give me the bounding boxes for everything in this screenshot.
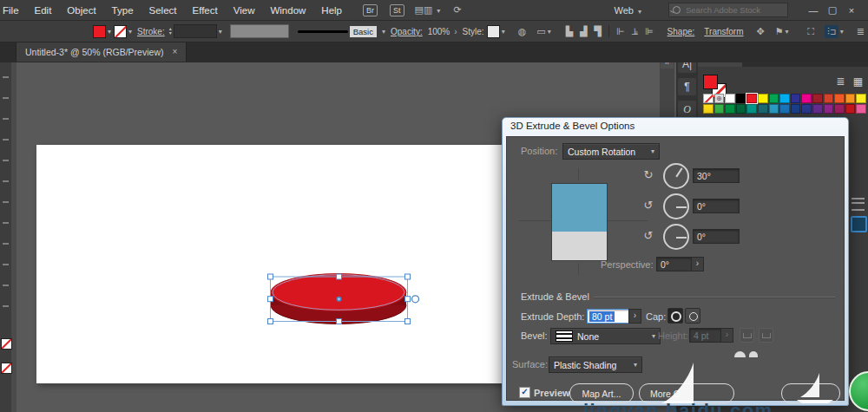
bevel-dropdown[interactable]: None ▾	[550, 328, 661, 344]
swatch-list-view-icon[interactable]: ≣	[836, 75, 845, 88]
brush-definition-dropdown[interactable]: Basic	[298, 24, 377, 38]
swatch[interactable]	[746, 104, 757, 114]
tool-icon[interactable]	[3, 180, 9, 182]
rotate-z-dial[interactable]	[663, 224, 689, 250]
shape-label[interactable]: Shape:	[667, 27, 695, 36]
options-list-icon[interactable]: ≣	[857, 26, 865, 37]
swatch-grid-view-icon[interactable]: ▦	[853, 75, 863, 88]
selected-3d-ellipse[interactable]	[260, 264, 430, 331]
swatch[interactable]	[801, 104, 812, 114]
tool-icon[interactable]	[3, 201, 9, 203]
rotate-x-field[interactable]: 30°	[693, 168, 740, 183]
paragraph-panel-icon[interactable]: ¶	[678, 78, 696, 95]
rotate-y-dial[interactable]	[663, 193, 689, 219]
transform-label[interactable]: Transform	[704, 27, 743, 36]
align-center-icon[interactable]: ▟	[580, 26, 587, 37]
isolate-icon[interactable]: ✥	[757, 26, 765, 37]
menu-file[interactable]: File	[0, 5, 28, 16]
menu-type[interactable]: Type	[103, 5, 142, 16]
gpu-performance-icon[interactable]: ⟳	[453, 4, 461, 16]
style-swatch[interactable]	[487, 25, 500, 38]
swatch[interactable]	[736, 104, 746, 114]
tools-panel[interactable]	[0, 62, 16, 412]
document-setup-icon[interactable]: ▭	[536, 26, 545, 37]
swatch[interactable]	[791, 104, 801, 114]
menu-select[interactable]: Select	[141, 5, 186, 16]
swatch[interactable]	[769, 94, 779, 103]
swatch[interactable]	[834, 94, 845, 103]
panel-view-icon[interactable]: ⫶⊐	[825, 25, 838, 38]
tool-icon[interactable]	[3, 264, 9, 265]
arrange-documents-icon[interactable]: ▤▥ ▾	[415, 4, 444, 16]
align-top-icon[interactable]: ⊩	[616, 26, 625, 37]
swatch[interactable]	[824, 104, 834, 114]
align-bottom-icon[interactable]: ⊫	[645, 26, 654, 37]
tool-icon[interactable]	[3, 97, 9, 99]
bridge-button[interactable]: Br	[363, 4, 378, 16]
align-middle-icon[interactable]: ⫡	[632, 26, 638, 37]
stock-search[interactable]	[668, 3, 788, 17]
workspace-switcher[interactable]: Web ▾	[615, 5, 645, 16]
search-input[interactable]	[684, 4, 784, 16]
tools-stroke-indicator[interactable]	[1, 363, 12, 374]
panel-fill-proxy[interactable]	[703, 75, 718, 89]
position-dropdown[interactable]: Custom Rotation▾	[562, 143, 660, 160]
swatch[interactable]	[812, 104, 823, 114]
swatch[interactable]	[703, 94, 713, 103]
tool-icon[interactable]	[3, 305, 9, 307]
menu-edit[interactable]: Edit	[26, 5, 61, 16]
expand-icon[interactable]: ⛶	[807, 26, 814, 37]
swatch[interactable]	[845, 104, 856, 114]
libraries-panel-icon[interactable]	[851, 216, 867, 232]
swatch[interactable]	[834, 104, 845, 114]
tool-icon[interactable]	[3, 284, 9, 286]
tool-icon[interactable]	[3, 118, 9, 120]
menu-object[interactable]: Object	[58, 5, 104, 16]
cap-solid-button[interactable]	[667, 308, 683, 324]
swatch[interactable]	[791, 94, 801, 103]
select-similar-icon[interactable]: ⚑	[775, 26, 784, 37]
stroke-weight-stepper[interactable]: ▴▾	[169, 27, 172, 36]
swatch[interactable]	[725, 104, 735, 114]
stroke-weight-field[interactable]	[174, 24, 217, 38]
surface-dropdown[interactable]: Plastic Shading▾	[549, 356, 642, 373]
close-button[interactable]: ×	[842, 5, 861, 16]
menu-effect[interactable]: Effect	[184, 5, 227, 16]
width-profile-dropdown[interactable]	[230, 24, 289, 38]
cap-hollow-button[interactable]	[685, 308, 700, 324]
swatch[interactable]	[856, 94, 866, 103]
swatch[interactable]	[703, 104, 713, 114]
tool-icon[interactable]	[3, 76, 9, 78]
restore-button[interactable]: ▢	[823, 4, 842, 16]
stroke-label[interactable]: Stroke:	[137, 27, 165, 36]
swatch[interactable]	[758, 94, 768, 103]
rotate-x-dial[interactable]	[663, 163, 689, 189]
tools-fill-indicator[interactable]	[1, 338, 12, 350]
menu-window[interactable]: Window	[261, 5, 314, 16]
stock-button[interactable]: St	[390, 4, 404, 16]
swatch[interactable]	[779, 104, 790, 114]
rotate-y-field[interactable]: 0°	[693, 199, 740, 213]
align-right-icon[interactable]: ▜	[595, 26, 602, 37]
extrude-depth-field[interactable]: 80 pt	[587, 309, 632, 324]
swatch[interactable]	[801, 94, 812, 103]
opentype-panel-icon[interactable]: O	[678, 101, 696, 118]
tool-icon[interactable]	[3, 222, 9, 224]
collapsed-panel-icon[interactable]	[852, 198, 865, 211]
swatch[interactable]	[824, 94, 834, 103]
swatch[interactable]	[758, 104, 768, 114]
menu-help[interactable]: Help	[312, 5, 351, 16]
tab-close-icon[interactable]: ×	[172, 47, 177, 56]
opacity-chevron[interactable]: ›	[454, 27, 457, 36]
opacity-value[interactable]: 100%	[428, 27, 450, 36]
swatch[interactable]	[769, 104, 779, 114]
swatch[interactable]: ⊕	[714, 94, 725, 103]
document-tab[interactable]: Untitled-3* @ 50% (RGB/Preview) ×	[16, 42, 187, 62]
tool-icon[interactable]	[3, 160, 9, 161]
style-label[interactable]: Style:	[463, 27, 484, 36]
stroke-color-swatch[interactable]	[114, 25, 127, 38]
rotate-z-field[interactable]: 0°	[693, 229, 740, 244]
minimize-button[interactable]: —	[804, 5, 823, 16]
swatch[interactable]	[845, 94, 856, 103]
swatch[interactable]	[779, 94, 790, 103]
